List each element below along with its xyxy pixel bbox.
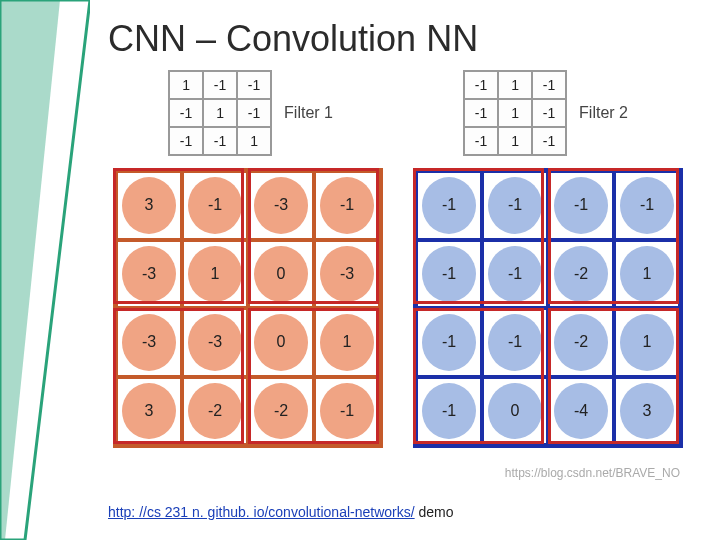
grid-cell: -1 [532,127,566,155]
grid-cell: -1 [416,240,482,309]
grid-cell: 1 [203,99,237,127]
filters-row: 1-1-1-11-1-1-11 Filter 1 -11-1-11-1-11-1… [108,70,688,156]
grid-cell: 3 [116,171,182,240]
grid-cell: -1 [416,377,482,446]
filter-2-grid: -11-1-11-1-11-1 [463,70,567,156]
grid-cell: -1 [548,171,614,240]
grid-cell: 0 [482,377,548,446]
grid-cell: -1 [314,377,380,446]
grid-cell: -1 [464,71,498,99]
grid-cell: 1 [237,127,271,155]
grid-cell: -1 [237,71,271,99]
grid-cell: 0 [248,308,314,377]
grid-cell: -1 [532,99,566,127]
grid-cell: -1 [182,171,248,240]
filter-1-grid: 1-1-1-11-1-1-11 [168,70,272,156]
grid-cell: -1 [464,99,498,127]
grid-cell: -1 [482,308,548,377]
output-2-wrap: -1-1-1-1-1-1-21-1-1-21-10-43 [413,168,683,448]
grid-cell: 0 [248,240,314,309]
slide-accent [0,0,90,540]
grid-cell: 1 [169,71,203,99]
grid-cell: -4 [548,377,614,446]
grid-cell: -1 [203,71,237,99]
grid-cell: 3 [614,377,680,446]
slide-title: CNN – Convolution NN [108,18,478,60]
grid-cell: -1 [532,71,566,99]
grid-cell: -2 [248,377,314,446]
grid-cell: 1 [182,240,248,309]
grid-cell: -3 [248,171,314,240]
grid-cell: -1 [482,171,548,240]
output-2-grid: -1-1-1-1-1-1-21-1-1-21-10-43 [413,168,683,448]
grid-cell: -1 [416,308,482,377]
grid-cell: -1 [614,171,680,240]
grid-cell: 1 [498,127,532,155]
grid-cell: 1 [498,99,532,127]
filter-2-block: -11-1-11-1-11-1 Filter 2 [463,70,628,156]
grid-cell: -1 [169,127,203,155]
demo-link-suffix: demo [415,504,454,520]
footer-link-row: http: //cs 231 n. github. io/convolution… [108,504,454,520]
grid-cell: -2 [548,308,614,377]
grid-cell: 3 [116,377,182,446]
grid-cell: -1 [237,99,271,127]
demo-link[interactable]: http: //cs 231 n. github. io/convolution… [108,504,415,520]
grid-cell: -1 [416,171,482,240]
grid-cell: -1 [169,99,203,127]
grid-cell: 1 [614,308,680,377]
outputs-row: 3-1-3-1-310-3-3-3013-2-2-1 -1-1-1-1-1-1-… [108,168,688,448]
diagram-area: 1-1-1-11-1-1-11 Filter 1 -11-1-11-1-11-1… [108,70,688,484]
filter-1-block: 1-1-1-11-1-1-11 Filter 1 [168,70,333,156]
filter-1-label: Filter 1 [284,104,333,122]
grid-cell: -3 [116,240,182,309]
grid-cell: -2 [182,377,248,446]
grid-cell: -1 [314,171,380,240]
grid-cell: -1 [482,240,548,309]
grid-cell: -3 [182,308,248,377]
output-1-grid: 3-1-3-1-310-3-3-3013-2-2-1 [113,168,383,448]
filter-2-label: Filter 2 [579,104,628,122]
output-1-wrap: 3-1-3-1-310-3-3-3013-2-2-1 [113,168,383,448]
grid-cell: -2 [548,240,614,309]
grid-cell: -1 [203,127,237,155]
grid-cell: -1 [464,127,498,155]
grid-cell: -3 [314,240,380,309]
grid-cell: 1 [614,240,680,309]
grid-cell: -3 [116,308,182,377]
grid-cell: 1 [498,71,532,99]
grid-cell: 1 [314,308,380,377]
